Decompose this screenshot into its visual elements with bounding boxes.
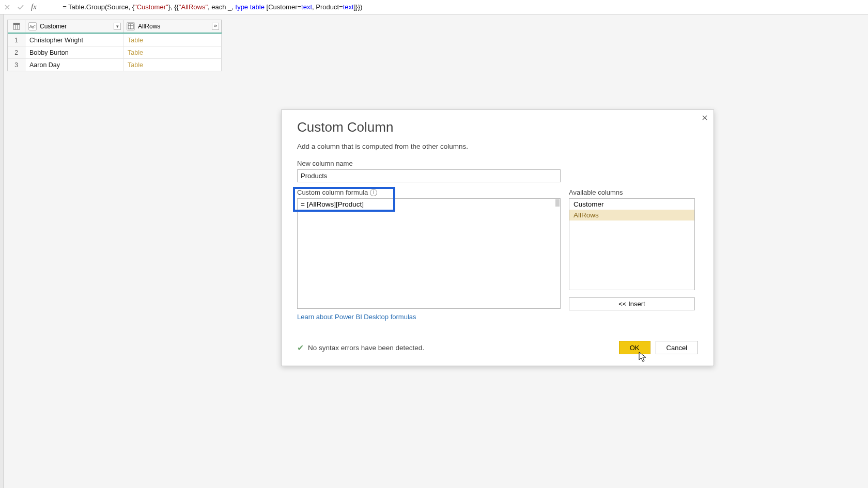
insert-button[interactable]: << Insert <box>569 297 695 310</box>
formula-kw: table <box>250 3 265 11</box>
formula-seg: }, {{ <box>168 3 179 11</box>
row-number[interactable]: 2 <box>8 46 25 58</box>
available-columns-label: Available columns <box>569 188 695 196</box>
formula-content: = [AllRows][Product] <box>301 200 364 208</box>
ok-button[interactable]: OK <box>619 341 650 354</box>
syntax-status-text: No syntax errors have been detected. <box>308 344 424 352</box>
formula-seg: [Customer= <box>265 3 301 11</box>
formula-seg: ]}}) <box>354 3 363 11</box>
cancel-formula-icon[interactable] <box>2 2 12 12</box>
table-row[interactable]: 2 Bobby Burton Table <box>8 46 222 58</box>
available-columns-section: Available columns Customer AllRows << In… <box>569 188 695 321</box>
table-row[interactable]: 1 Christopher Wright Table <box>8 34 222 46</box>
formula-section: Custom column formula i = [AllRows][Prod… <box>297 188 561 321</box>
row-number[interactable]: 3 <box>8 59 25 71</box>
column-expand-icon[interactable] <box>212 23 219 30</box>
column-header-label: AllRows <box>138 23 160 30</box>
formula-prefix: = <box>63 3 68 11</box>
svg-text:C: C <box>34 25 36 28</box>
formula-label: Custom column formula <box>297 188 368 196</box>
svg-rect-1 <box>13 23 20 25</box>
info-icon[interactable]: i <box>370 189 377 196</box>
column-filter-dropdown-icon[interactable]: ▾ <box>114 23 121 30</box>
new-column-name-input[interactable] <box>297 169 561 182</box>
learn-formulas-link[interactable]: Learn about Power BI Desktop formulas <box>297 313 416 321</box>
formula-kw: text <box>301 3 312 11</box>
data-preview-grid: ABC Customer ▾ AllRows 1 Christopher Wri… <box>7 20 222 71</box>
table-row[interactable]: 3 Aaron Day Table <box>8 58 222 71</box>
text-type-icon: ABC <box>28 22 37 30</box>
cell-customer[interactable]: Christopher Wright <box>25 34 123 46</box>
cell-allrows[interactable]: Table <box>123 59 222 71</box>
dialog-title: Custom Column <box>297 119 698 135</box>
column-header-label: Customer <box>40 23 67 30</box>
column-header-customer[interactable]: ABC Customer ▾ <box>25 20 123 33</box>
dialog-description: Add a column that is computed from the o… <box>297 143 698 150</box>
formula-fn: Table.Group <box>68 3 105 11</box>
cell-customer[interactable]: Aaron Day <box>25 59 123 71</box>
table-type-icon <box>127 22 135 30</box>
check-icon: ✔ <box>297 343 304 353</box>
available-columns-list[interactable]: Customer AllRows <box>569 198 695 290</box>
cell-customer[interactable]: Bobby Burton <box>25 46 123 58</box>
commit-formula-icon[interactable] <box>16 2 26 12</box>
cancel-button[interactable]: Cancel <box>656 341 698 354</box>
syntax-status: ✔ No syntax errors have been detected. <box>297 343 424 353</box>
grid-header-row: ABC Customer ▾ AllRows <box>8 20 222 34</box>
cell-allrows[interactable]: Table <box>123 34 222 46</box>
custom-formula-input[interactable]: = [AllRows][Product] <box>297 198 561 309</box>
custom-column-dialog: Custom Column Add a column that is compu… <box>281 109 714 366</box>
scrollbar-thumb[interactable] <box>555 199 560 207</box>
formula-text[interactable]: = Table.Group(Source, {"Customer"}, {{"A… <box>42 0 866 19</box>
new-column-name-label: New column name <box>297 160 698 167</box>
cell-allrows[interactable]: Table <box>123 46 222 58</box>
formula-kw: text <box>343 3 354 11</box>
fx-label[interactable]: fx <box>29 3 39 11</box>
formula-str1: "Customer" <box>134 3 168 11</box>
queries-pane-collapsed[interactable] <box>0 14 4 488</box>
available-column-item[interactable]: AllRows <box>569 210 694 221</box>
formula-str2: "AllRows" <box>179 3 208 11</box>
formula-seg: , each _, <box>208 3 235 11</box>
row-header-corner[interactable] <box>8 20 25 33</box>
row-number[interactable]: 1 <box>8 34 25 46</box>
formula-kw: type <box>236 3 249 11</box>
formula-bar: fx = Table.Group(Source, {"Customer"}, {… <box>0 0 868 14</box>
column-header-allrows[interactable]: AllRows <box>123 20 222 33</box>
formula-seg: , Product= <box>312 3 343 11</box>
formula-seg: (Source, { <box>105 3 134 11</box>
close-icon[interactable] <box>700 113 709 122</box>
available-column-item[interactable]: Customer <box>569 199 694 210</box>
